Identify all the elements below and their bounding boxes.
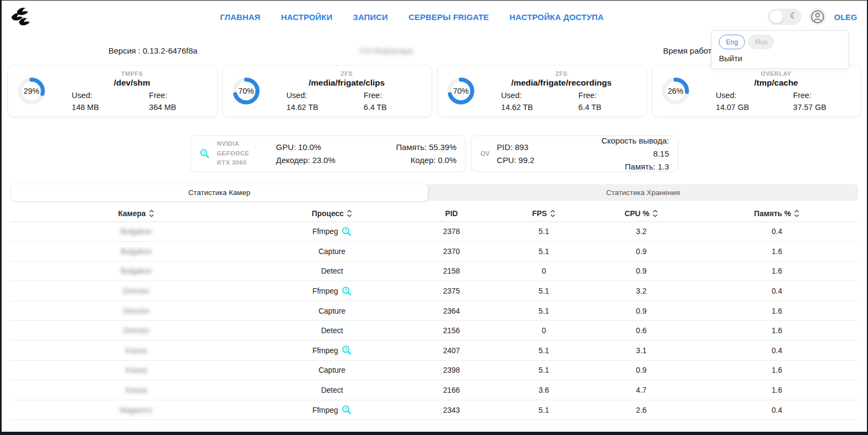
pid-value: 2407 [402, 341, 500, 361]
pid-value: 2398 [402, 360, 500, 380]
uptime-label: Время работ [663, 46, 711, 55]
zoom-question-icon[interactable]: ? [342, 345, 352, 355]
table-row[interactable]: Kassa Detect ? 2166 3.6 4.7 1.6 [11, 380, 858, 400]
zoom-question-icon[interactable]: ? [200, 148, 210, 159]
storage-card: 70% ZFS /media/frigate/recordings Used: … [437, 65, 647, 117]
table-row[interactable]: Director Detect ? 2156 0 0.6 1.6 [11, 321, 858, 341]
ov-label: OV [480, 150, 490, 158]
fs-path-label: /dev/shm [55, 78, 209, 88]
cpu-value: 0.6 [587, 321, 696, 341]
table-row[interactable]: Director Ffmpeg ? 2375 5.1 3.2 0.4 [11, 281, 858, 301]
logout-button[interactable]: Выйти [719, 54, 841, 63]
mem-value: 0.4 [696, 222, 858, 242]
fs-type-label: TMPFS [55, 70, 209, 77]
fps-value: 3.6 [500, 380, 587, 400]
pid-value: 2343 [402, 400, 500, 420]
language-switch: Eng Rus [719, 35, 841, 49]
column-header[interactable]: FPS [500, 205, 587, 222]
used-label: Used: [55, 91, 132, 100]
table-row[interactable]: Magazin1 Ffmpeg ? 2343 5.1 2.6 0.4 [11, 400, 858, 420]
cpu-value: 3.2 [587, 222, 696, 242]
fps-value: 5.1 [500, 281, 587, 301]
ov-stats-card: OV PID: 893 CPU: 99.2 Скорость вывода: 8… [471, 135, 678, 172]
used-label: Used: [269, 91, 347, 100]
fps-value: 5.1 [500, 400, 587, 420]
process-name: Ffmpeg [312, 287, 338, 295]
donut-percent-label: 70% [230, 75, 262, 107]
gpu-memory: Память: 55.39% [370, 141, 456, 154]
used-value: 14.62 TB [269, 103, 347, 112]
sort-icon[interactable] [550, 209, 556, 218]
sort-icon[interactable] [346, 209, 352, 218]
fps-value: 5.1 [500, 360, 587, 380]
language-eng-button[interactable]: Eng [719, 35, 745, 49]
toggle-knob [770, 10, 783, 23]
gpu-stats-card: ? NVIDIA GEFORCE RTX 3060 GPU: 10.0% Дек… [190, 135, 466, 172]
storage-card: 70% ZFS /media/frigate/clips Used: Free:… [222, 65, 432, 117]
table-row[interactable]: Bulgakov Detect ? 2158 0 0.9 1.6 [11, 261, 858, 281]
storage-cards-row: 29% TMPFS /dev/shm Used: Free: 148 MB 36… [8, 65, 861, 117]
gpu-stats-right: Память: 55.39% Кодер: 0.0% [370, 141, 456, 167]
nav-item-access-settings[interactable]: НАСТРОЙКА ДОСТУПА [510, 12, 604, 22]
storage-usage-donut: 70% [230, 75, 262, 107]
user-avatar-icon[interactable] [809, 8, 826, 25]
zoom-question-icon[interactable]: ? [342, 405, 352, 415]
ov-cpu: CPU: 99.2 [497, 154, 579, 167]
storage-usage-donut: 26% [660, 75, 691, 107]
tab-storage-stats[interactable]: Статистика Хранения [428, 184, 858, 201]
zoom-question-icon[interactable]: ? [342, 286, 352, 296]
sort-icon[interactable] [652, 209, 658, 218]
sort-icon[interactable] [794, 209, 800, 218]
language-rus-button[interactable]: Rus [748, 35, 774, 49]
storage-usage-donut: 29% [16, 75, 47, 107]
column-header[interactable]: Процесс [262, 205, 402, 222]
process-name: Ffmpeg [312, 346, 338, 355]
username-label[interactable]: OLEG [834, 12, 857, 22]
column-header[interactable]: Камера [11, 205, 262, 222]
process-name: Ffmpeg [312, 227, 338, 236]
pid-value: 2370 [402, 242, 500, 262]
cpu-value: 0.9 [587, 242, 696, 262]
nav-item-frigate-servers[interactable]: СЕРВЕРЫ FRIGATE [409, 12, 489, 22]
svg-text:?: ? [344, 288, 347, 293]
column-header-label: Память % [754, 209, 791, 218]
free-label: Free: [562, 91, 639, 100]
sort-icon[interactable] [149, 209, 155, 218]
nav-item-home[interactable]: ГЛАВНАЯ [220, 12, 260, 22]
zoom-question-icon[interactable]: ? [342, 226, 352, 237]
storage-card: 26% OVERLAY /tmp/cache Used: Free: 14.07… [652, 65, 861, 117]
top-navigation-bar: ГЛАВНАЯ НАСТРОЙКИ ЗАПИСИ СЕРВЕРЫ FRIGATE… [2, 1, 867, 29]
theme-toggle[interactable]: ☾ [768, 9, 801, 25]
nav-item-settings[interactable]: НАСТРОЙКИ [281, 12, 332, 22]
pid-value: 2158 [402, 261, 500, 281]
column-header: PID [402, 205, 500, 222]
mem-value: 0.4 [696, 281, 858, 301]
process-name: Detect [321, 386, 343, 394]
table-row[interactable]: Bulgakov Capture ? 2370 5.1 0.9 1.6 [11, 242, 858, 262]
mem-value: 1.6 [696, 360, 858, 380]
server-name-blurred: CH-Radujnaya [359, 46, 413, 55]
camera-name-blurred: Bulgakov [121, 247, 152, 256]
gpu-name-label: NVIDIA GEFORCE RTX 3060 [217, 139, 269, 168]
tab-camera-stats[interactable]: Статистика Камер [11, 184, 428, 201]
table-row[interactable]: Director Capture ? 2364 5.1 0.9 1.6 [11, 301, 858, 321]
header-right-group: ☾ OLEG [768, 8, 857, 25]
table-row[interactable]: Kassa Ffmpeg ? 2407 5.1 3.1 0.4 [11, 341, 858, 361]
camera-name-blurred: Director [123, 307, 150, 315]
mem-value: 1.6 [696, 321, 858, 341]
table-row[interactable]: Bulgakov Ffmpeg ? 2378 5.1 3.2 0.4 [11, 222, 858, 242]
fps-value: 5.1 [500, 341, 587, 361]
table-row[interactable]: Kassa Capture ? 2398 5.1 0.9 1.6 [11, 360, 858, 380]
nav-item-recordings[interactable]: ЗАПИСИ [353, 12, 388, 22]
donut-percent-label: 26% [660, 75, 691, 107]
storage-card: 29% TMPFS /dev/shm Used: Free: 148 MB 36… [8, 65, 217, 117]
camera-name-blurred: Director [123, 326, 150, 335]
cpu-value: 4.7 [587, 380, 696, 400]
used-value: 148 MB [55, 103, 132, 112]
column-header-label: CPU % [625, 209, 650, 218]
column-header[interactable]: Память % [696, 205, 858, 222]
donut-percent-label: 29% [16, 75, 47, 107]
process-name: Capture [318, 307, 345, 315]
column-header[interactable]: CPU % [587, 205, 696, 222]
free-value: 6.4 TB [562, 103, 639, 112]
